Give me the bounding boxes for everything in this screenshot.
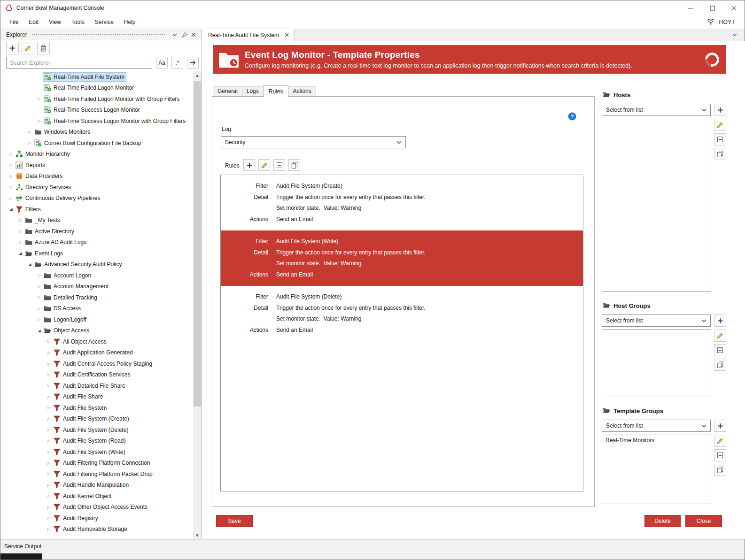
expand-icon[interactable]: ▷: [17, 218, 23, 222]
tree-item-windows-monitors[interactable]: ▷Windows Monitors: [0, 127, 193, 138]
tree-item-audit-other-object-access-events[interactable]: ▷Audit Other Object Access Events: [0, 502, 193, 513]
tree-item-real-time-success-logon-monitor[interactable]: Real-Time Success Logon Monitor: [0, 105, 193, 116]
tree-item-audit-handle-manipulation[interactable]: ▷Audit Handle Manipulation: [0, 480, 193, 491]
tree-item-audit-certification-services[interactable]: ▷Audit Certification Services: [0, 369, 193, 381]
expand-icon[interactable]: ▷: [36, 295, 42, 299]
tree-item-advanced-security-audit-policy[interactable]: ◢Advanced Security Audit Policy: [0, 259, 193, 270]
rules-edit-button[interactable]: [258, 159, 270, 171]
scrollbar-thumb[interactable]: [194, 81, 201, 407]
expand-icon[interactable]: ▷: [36, 119, 42, 123]
tab-actions[interactable]: Actions: [288, 86, 316, 97]
expand-icon[interactable]: ▷: [46, 439, 52, 443]
tree-item-audit-file-system[interactable]: ▷Audit File System: [0, 402, 193, 414]
tree-item-audit-kernel-object[interactable]: ▷Audit Kernel Object: [0, 491, 193, 502]
tree-item-event-logs[interactable]: ◢Event Logs: [0, 248, 193, 259]
expand-icon[interactable]: ▷: [36, 307, 42, 311]
tab-general[interactable]: General: [213, 86, 242, 97]
expand-icon[interactable]: ▷: [8, 163, 14, 167]
panel-close-icon[interactable]: [189, 31, 198, 39]
expand-icon[interactable]: ▷: [46, 461, 52, 465]
expand-icon[interactable]: ▷: [46, 417, 52, 421]
expand-icon[interactable]: ▷: [46, 472, 52, 476]
tree-item-audit-file-system-create-[interactable]: ▷Audit File System (Create): [0, 414, 193, 425]
tree-item-real-time-failed-logon-monitor-with-group-filters[interactable]: ▷Real-Time Failed Logon Monitor with Gro…: [0, 93, 193, 105]
tree-item-data-providers[interactable]: ▷Data Providers: [0, 171, 193, 182]
pin-icon[interactable]: [180, 31, 188, 39]
explorer-edit-button[interactable]: [22, 42, 34, 54]
match-case-button[interactable]: Aa: [156, 57, 168, 69]
rule-entry[interactable]: FilterAudit File System (Write)DetailTri…: [221, 230, 583, 286]
tab-logs[interactable]: Logs: [242, 86, 264, 97]
regex-button[interactable]: .*: [171, 57, 183, 69]
close-template-button[interactable]: Close: [685, 515, 722, 527]
log-dropdown[interactable]: Security: [221, 136, 406, 148]
template-groups-add-button[interactable]: [714, 420, 726, 432]
template-groups-listbox[interactable]: Real-Time Monitors: [602, 435, 711, 504]
tab-rules[interactable]: Rules: [263, 85, 289, 97]
expand-icon[interactable]: ▷: [8, 174, 14, 178]
rules-remove-button[interactable]: [273, 159, 285, 171]
tree-item-real-time-failed-logon-monitor[interactable]: Real-Time Failed Logon Monitor: [0, 83, 193, 94]
explorer-add-button[interactable]: [6, 42, 19, 54]
expand-icon[interactable]: ▷: [46, 373, 52, 377]
tree-item--my-tests[interactable]: ▷_My Tests: [0, 215, 193, 226]
tree-item-audit-detailed-file-share[interactable]: ▷Audit Detailed File Share: [0, 380, 193, 391]
panel-drag-grip[interactable]: [32, 34, 165, 35]
host-groups-edit-button[interactable]: [714, 330, 726, 342]
tree-item-continuous-delivery-pipelines[interactable]: ▷Continuous Delivery Pipelines: [0, 193, 193, 204]
help-icon[interactable]: ?: [568, 112, 576, 121]
expand-icon[interactable]: ▷: [27, 130, 33, 134]
menu-view[interactable]: View: [44, 16, 66, 28]
collapse-icon[interactable]: ◢: [36, 329, 42, 333]
search-input[interactable]: [6, 57, 152, 69]
rule-entry[interactable]: FilterAudit File System (Create)DetailTr…: [221, 175, 583, 230]
document-tab[interactable]: Real-Time Audit File System: [202, 29, 294, 41]
scroll-down-icon[interactable]: ▼: [193, 531, 202, 539]
template-groups-copy-button[interactable]: [714, 464, 726, 476]
host-groups-remove-button[interactable]: [714, 344, 726, 356]
hosts-add-button[interactable]: [714, 104, 726, 116]
tree-item-audit-file-system-write-[interactable]: ▷Audit File System (Write): [0, 446, 193, 458]
expand-icon[interactable]: ▷: [27, 141, 33, 145]
expand-icon[interactable]: ▷: [46, 395, 52, 399]
tree-item-audit-removable-storage[interactable]: ▷Audit Removable Storage: [0, 524, 193, 535]
tree-item-account-logon[interactable]: ▷Account Logon: [0, 270, 193, 281]
tree-item-directory-services[interactable]: ▷Directory Services: [0, 182, 193, 193]
tree-item-corner-bowl-configuration-file-backup[interactable]: ▷Corner Bowl Configuration File Backup: [0, 138, 193, 149]
tree-item-real-time-audit-file-system[interactable]: Real-Time Audit File System: [0, 71, 193, 83]
collapse-icon[interactable]: ◢: [27, 262, 33, 267]
menu-tools[interactable]: Tools: [66, 16, 90, 28]
expand-icon[interactable]: ▷: [36, 273, 42, 277]
explorer-delete-button[interactable]: [37, 42, 50, 54]
expand-icon[interactable]: ▷: [36, 317, 42, 322]
rules-add-button[interactable]: [243, 159, 255, 171]
tree-item-all-object-access[interactable]: ▷All Object Access: [0, 336, 193, 347]
expand-icon[interactable]: ▷: [46, 505, 52, 509]
tree-item-audit-application-generated[interactable]: ▷Audit Application Generated: [0, 347, 193, 359]
menu-edit[interactable]: Edit: [23, 16, 44, 28]
host-groups-listbox[interactable]: [602, 330, 711, 396]
host-groups-dropdown[interactable]: Select from list: [602, 315, 711, 327]
tree-scrollbar[interactable]: ▲ ▼: [193, 71, 202, 539]
expand-icon[interactable]: ▷: [46, 483, 52, 487]
tree-item-audit-file-system-read-[interactable]: ▷Audit File System (Read): [0, 436, 193, 447]
menu-file[interactable]: File: [4, 16, 23, 28]
expand-icon[interactable]: ▷: [8, 185, 14, 189]
tab-close-icon[interactable]: [285, 32, 289, 38]
collapse-icon[interactable]: ◢: [17, 251, 23, 255]
tree-item-filters[interactable]: ◢Filters: [0, 204, 193, 215]
tree-item-active-directory[interactable]: ▷Active Directory: [0, 226, 193, 237]
expand-icon[interactable]: ▷: [46, 527, 52, 531]
tree-item-detailed-tracking[interactable]: ▷Detailed Tracking: [0, 292, 193, 303]
maximize-button[interactable]: [701, 0, 723, 15]
tree-item-reports[interactable]: ▷Reports: [0, 160, 193, 171]
panel-menu-chevron-icon[interactable]: [171, 31, 179, 39]
save-button[interactable]: Save: [216, 515, 253, 527]
host-groups-copy-button[interactable]: [714, 359, 726, 371]
template-groups-edit-button[interactable]: [714, 435, 726, 447]
hosts-remove-button[interactable]: [714, 133, 726, 146]
host-groups-add-button[interactable]: [714, 315, 726, 327]
expand-icon[interactable]: ▷: [17, 229, 23, 233]
collapse-icon[interactable]: ◢: [8, 207, 14, 211]
expand-icon[interactable]: ▷: [46, 428, 52, 432]
